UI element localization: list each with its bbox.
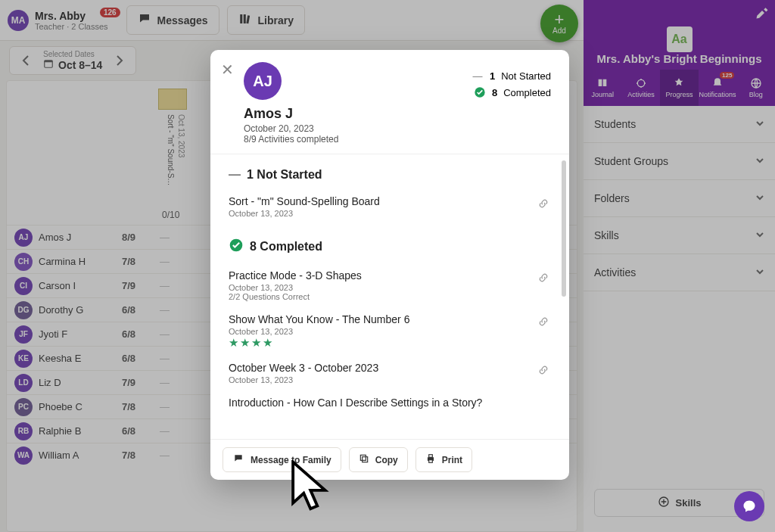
link-icon[interactable] xyxy=(536,272,551,286)
activity-item[interactable]: October Week 3 - October 2023October 13,… xyxy=(229,356,551,390)
activity-extra: 2/2 Questions Correct xyxy=(229,292,362,301)
completed-count: 8/9 Activities completed xyxy=(244,134,551,145)
link-icon[interactable] xyxy=(536,365,551,378)
print-button[interactable]: Print xyxy=(416,447,472,472)
activity-title: Sort - "m" Sound-Spelling Board xyxy=(229,195,380,207)
copy-button[interactable]: Copy xyxy=(349,447,408,472)
modal-body[interactable]: — 1 Not Started Sort - "m" Sound-Spellin… xyxy=(210,154,569,439)
link-icon[interactable] xyxy=(536,198,551,212)
activity-title: Introduction - How Can I Describe Settin… xyxy=(229,397,482,409)
student-name: Amos J xyxy=(244,106,551,122)
activity-title: October Week 3 - October 2023 xyxy=(229,362,378,374)
check-circle-icon xyxy=(474,86,486,98)
print-icon xyxy=(425,453,436,466)
activity-item[interactable]: Sort - "m" Sound-Spelling BoardOctober 1… xyxy=(229,189,551,224)
star-rating: ★★★★ xyxy=(229,336,409,350)
report-date: October 20, 2023 xyxy=(244,123,551,134)
activity-title: Show What You Know - The Number 6 xyxy=(229,313,409,325)
cursor-icon xyxy=(290,460,329,515)
minus-icon: — xyxy=(229,168,241,182)
activity-item[interactable]: Introduction - How Can I Describe Settin… xyxy=(229,390,551,415)
help-chat-button[interactable] xyxy=(734,491,764,521)
activity-title: Practice Mode - 3-D Shapes xyxy=(229,269,362,282)
activity-date: October 13, 2023 xyxy=(229,327,409,336)
svg-rect-15 xyxy=(428,460,432,463)
chat-icon xyxy=(232,453,244,466)
activity-date: October 13, 2023 xyxy=(229,209,380,218)
activity-date: October 13, 2023 xyxy=(229,375,378,384)
close-button[interactable]: ✕ xyxy=(221,61,234,79)
section-not-started: — 1 Not Started xyxy=(229,168,551,182)
activity-item[interactable]: Practice Mode - 3-D ShapesOctober 13, 20… xyxy=(229,263,551,307)
minus-icon: — xyxy=(472,70,484,82)
link-icon[interactable] xyxy=(536,316,551,330)
activity-date: October 13, 2023 xyxy=(229,283,362,292)
scrollbar[interactable] xyxy=(562,160,566,297)
student-progress-modal: ✕ AJ — 1 Not Started 8 Completed Amos xyxy=(210,50,569,480)
svg-rect-14 xyxy=(428,455,432,458)
check-circle-icon xyxy=(229,238,244,256)
student-avatar: AJ xyxy=(244,62,282,100)
copy-icon xyxy=(359,453,369,466)
modal-footer: Message to Family Copy Print xyxy=(210,439,569,480)
svg-rect-12 xyxy=(360,455,366,460)
summary-not-started: — 1 Not Started xyxy=(472,70,551,82)
summary-completed: 8 Completed xyxy=(474,86,551,98)
section-completed: 8 Completed xyxy=(229,238,551,256)
svg-rect-11 xyxy=(362,457,367,462)
activity-item[interactable]: Show What You Know - The Number 6October… xyxy=(229,307,551,356)
